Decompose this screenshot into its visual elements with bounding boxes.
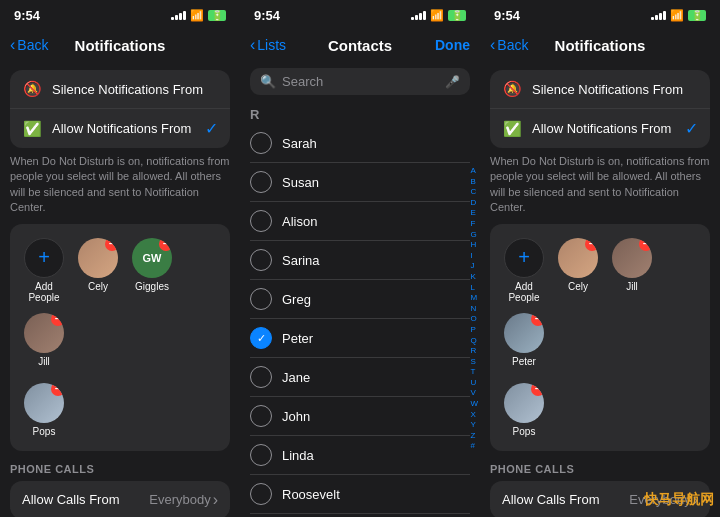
contact-linda[interactable]: Linda xyxy=(250,436,470,475)
back-button-center[interactable]: ‹ Lists xyxy=(250,36,286,54)
alpha-c[interactable]: C xyxy=(470,188,478,198)
contact-alison[interactable]: Alison xyxy=(250,202,470,241)
checkmark-left: ✓ xyxy=(205,119,218,138)
alpha-r[interactable]: R xyxy=(470,347,478,357)
alpha-hash[interactable]: # xyxy=(470,442,478,452)
people-container-left: + Add People − Cely − GW Giggles xyxy=(10,224,230,451)
minus-cely-right[interactable]: − xyxy=(585,238,598,251)
minus-peter-right[interactable]: − xyxy=(531,313,544,326)
circle-jane[interactable] xyxy=(250,366,272,388)
search-placeholder-center: Search xyxy=(282,74,439,89)
add-person-left[interactable]: + Add People xyxy=(22,238,66,303)
circle-alison[interactable] xyxy=(250,210,272,232)
panel-left: 9:54 📶 🔋 ‹ Back Notifications 🔕 Silence … xyxy=(0,0,240,517)
avatar-cely-right: − xyxy=(558,238,598,278)
allow-row-left[interactable]: ✅ Allow Notifications From ✓ xyxy=(10,109,230,148)
alpha-v[interactable]: V xyxy=(470,389,478,399)
circle-sarina[interactable] xyxy=(250,249,272,271)
alpha-i[interactable]: I xyxy=(470,251,478,261)
avatar-pops-left: − xyxy=(24,383,64,423)
minus-giggles-left[interactable]: − xyxy=(159,238,172,251)
search-bar-center[interactable]: 🔍 Search 🎤 xyxy=(250,68,470,95)
mic-icon-center[interactable]: 🎤 xyxy=(445,75,460,89)
circle-greg[interactable] xyxy=(250,288,272,310)
minus-jill-left[interactable]: − xyxy=(51,313,64,326)
alpha-o[interactable]: O xyxy=(470,315,478,325)
contact-susan[interactable]: Susan xyxy=(250,163,470,202)
alpha-j[interactable]: J xyxy=(470,262,478,272)
chevron-left-icon-right: ‹ xyxy=(490,36,495,54)
content-left: 🔕 Silence Notifications From ✅ Allow Not… xyxy=(0,64,240,517)
nav-bar-right: ‹ Back Notifications xyxy=(480,28,720,64)
alpha-t[interactable]: T xyxy=(470,368,478,378)
alpha-w[interactable]: W xyxy=(470,400,478,410)
circle-roosevelt[interactable] xyxy=(250,483,272,505)
circle-john[interactable] xyxy=(250,405,272,427)
alpha-n[interactable]: N xyxy=(470,304,478,314)
alpha-p[interactable]: P xyxy=(470,325,478,335)
contact-jane[interactable]: Jane xyxy=(250,358,470,397)
alpha-h[interactable]: H xyxy=(470,241,478,251)
minus-cely-left[interactable]: − xyxy=(105,238,118,251)
minus-pops-left[interactable]: − xyxy=(51,383,64,396)
name-sarina: Sarina xyxy=(282,253,320,268)
done-button-center[interactable]: Done xyxy=(435,37,470,53)
alpha-y[interactable]: Y xyxy=(470,421,478,431)
alpha-b[interactable]: B xyxy=(470,177,478,187)
back-button-left[interactable]: ‹ Back xyxy=(10,36,48,54)
check-circle-icon-left: ✅ xyxy=(22,120,42,138)
add-avatar-right[interactable]: + xyxy=(504,238,544,278)
alpha-l[interactable]: L xyxy=(470,283,478,293)
avatar-giggles-left: − GW xyxy=(132,238,172,278)
contact-sarina[interactable]: Sarina xyxy=(250,241,470,280)
alpha-z[interactable]: Z xyxy=(470,431,478,441)
back-button-right[interactable]: ‹ Back xyxy=(490,36,528,54)
alpha-u[interactable]: U xyxy=(470,378,478,388)
chevron-left-icon-left: ‹ xyxy=(10,36,15,54)
contact-greg[interactable]: Greg xyxy=(250,280,470,319)
name-john: John xyxy=(282,409,310,424)
circle-susan[interactable] xyxy=(250,171,272,193)
page-title-right: Notifications xyxy=(555,37,646,54)
silence-label-right: Silence Notifications From xyxy=(532,82,698,97)
silence-row-right[interactable]: 🔕 Silence Notifications From xyxy=(490,70,710,109)
chevron-left-icon-center: ‹ xyxy=(250,36,255,54)
minus-pops-right[interactable]: − xyxy=(531,383,544,396)
status-icons-right: 📶 🔋 xyxy=(651,9,706,22)
silence-row-left[interactable]: 🔕 Silence Notifications From xyxy=(10,70,230,109)
panel-center: 9:54 📶 🔋 ‹ Lists Contacts Done 🔍 Search … xyxy=(240,0,480,517)
notif-description-right: When Do Not Disturb is on, notifications… xyxy=(490,154,710,216)
allow-row-right[interactable]: ✅ Allow Notifications From ✓ xyxy=(490,109,710,148)
add-person-right[interactable]: + Add People xyxy=(502,238,546,303)
wifi-icon-center: 📶 xyxy=(430,9,444,22)
avatar-jill-left: − xyxy=(24,313,64,353)
circle-linda[interactable] xyxy=(250,444,272,466)
battery-icon-right: 🔋 xyxy=(688,10,706,21)
alpha-k[interactable]: K xyxy=(470,272,478,282)
circle-sarah[interactable] xyxy=(250,132,272,154)
calls-section-left: Allow Calls From Everybody xyxy=(10,481,230,517)
alpha-d[interactable]: D xyxy=(470,198,478,208)
status-bar-right: 9:54 📶 🔋 xyxy=(480,0,720,28)
contact-sarah[interactable]: Sarah xyxy=(250,124,470,163)
alpha-f[interactable]: F xyxy=(470,219,478,229)
alpha-g[interactable]: G xyxy=(470,230,478,240)
section-header-R: R xyxy=(250,101,470,124)
alpha-x[interactable]: X xyxy=(470,410,478,420)
minus-jill-right[interactable]: − xyxy=(639,238,652,251)
contacts-scroll: R Sarah Susan Alison Sarina Greg xyxy=(240,101,480,517)
add-avatar-left[interactable]: + xyxy=(24,238,64,278)
calls-row-left[interactable]: Allow Calls From Everybody xyxy=(10,481,230,517)
phone-calls-header-left: PHONE CALLS xyxy=(10,463,230,475)
alpha-e[interactable]: E xyxy=(470,209,478,219)
alpha-a[interactable]: A xyxy=(470,166,478,176)
status-icons-center: 📶 🔋 xyxy=(411,9,466,22)
contact-peter[interactable]: Peter xyxy=(250,319,470,358)
alpha-m[interactable]: M xyxy=(470,294,478,304)
signal-icon-left xyxy=(171,10,186,20)
contact-roosevelt[interactable]: Roosevelt xyxy=(250,475,470,514)
contact-john[interactable]: John xyxy=(250,397,470,436)
circle-peter[interactable] xyxy=(250,327,272,349)
alpha-q[interactable]: Q xyxy=(470,336,478,346)
alpha-s[interactable]: S xyxy=(470,357,478,367)
